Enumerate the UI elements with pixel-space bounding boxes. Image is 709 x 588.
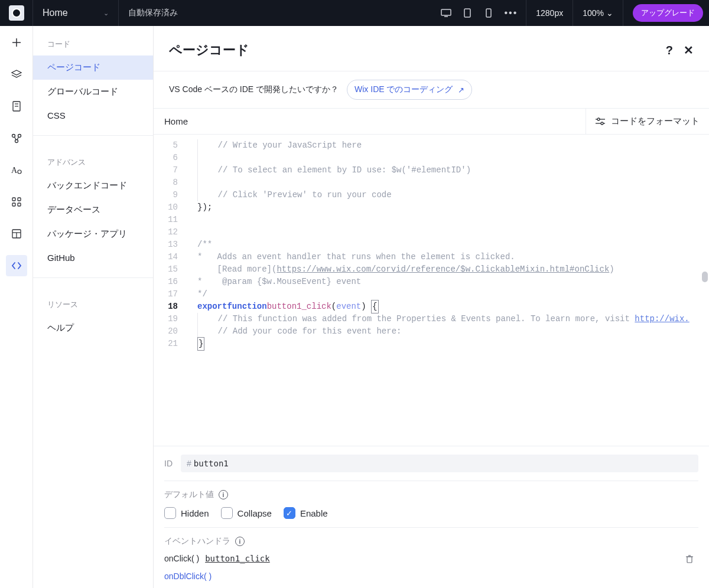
app-logo[interactable] — [0, 0, 33, 26]
autosave-status: 自動保存済み — [119, 8, 436, 18]
svg-rect-17 — [12, 198, 15, 201]
layers-icon[interactable] — [6, 64, 27, 85]
page-name: Home — [43, 8, 68, 18]
section-label-advance: アドバンス — [33, 144, 153, 174]
mobile-icon[interactable] — [478, 8, 499, 18]
hash-icon: # — [187, 459, 191, 468]
checkbox-hidden[interactable]: Hidden — [164, 507, 209, 519]
ide-banner: VS Code ベースの IDE で開発したいですか？ Wix IDE でのコー… — [154, 71, 709, 109]
main-panel: ページコード ? ✕ VS Code ベースの IDE で開発したいですか？ W… — [154, 26, 709, 588]
trash-icon[interactable] — [685, 554, 694, 563]
svg-rect-20 — [18, 203, 21, 206]
help-icon[interactable]: ? — [666, 44, 673, 57]
close-icon[interactable]: ✕ — [684, 43, 694, 57]
code-sidepanel: コード ページコード グローバルコード CSS アドバンス バックエンドコード … — [33, 26, 154, 588]
event-add-ondblclick[interactable]: onDblClick( ) — [164, 571, 698, 581]
sidebar-item-github[interactable]: GitHub — [33, 246, 153, 269]
connect-icon[interactable] — [6, 128, 27, 149]
svg-rect-28 — [687, 557, 692, 563]
svg-point-10 — [12, 135, 15, 138]
sliders-icon — [596, 117, 605, 126]
external-link-icon: ↗ — [458, 86, 464, 94]
info-icon[interactable]: i — [219, 490, 228, 499]
format-code-button[interactable]: コードをフォーマット — [586, 109, 709, 135]
sidebar-item-global-code[interactable]: グローバルコード — [33, 80, 153, 104]
svg-rect-0 — [441, 9, 451, 15]
svg-line-13 — [14, 137, 16, 140]
code-editor[interactable]: 56789101112131415161718192021 // Write y… — [154, 135, 709, 446]
code-toolbar: Home コードをフォーマット — [154, 109, 709, 135]
table-icon[interactable] — [6, 223, 27, 244]
id-label: ID — [164, 459, 173, 468]
sidebar-item-backend[interactable]: バックエンドコード — [33, 174, 153, 198]
apps-icon[interactable] — [6, 191, 27, 213]
add-icon[interactable] — [6, 32, 27, 53]
page-icon[interactable] — [6, 96, 27, 117]
defaults-label: デフォルト値 — [164, 489, 214, 500]
tablet-icon[interactable] — [457, 8, 478, 18]
svg-rect-18 — [18, 198, 21, 201]
element-id-input[interactable]: # button1 — [181, 455, 698, 472]
event-row-onclick: onClick( ) button1_click — [164, 554, 698, 563]
page-selector[interactable]: Home ⌄ — [33, 0, 119, 26]
svg-point-11 — [18, 135, 21, 138]
typography-icon[interactable]: A — [6, 159, 27, 181]
line-gutter: 56789101112131415161718192021 — [154, 135, 187, 446]
zoom-control[interactable]: 100% ⌄ — [577, 8, 619, 18]
chevron-down-icon: ⌄ — [606, 8, 613, 18]
sidebar-item-help[interactable]: ヘルプ — [33, 316, 153, 340]
section-label-resource: リソース — [33, 286, 153, 316]
svg-rect-3 — [486, 9, 491, 17]
sidebar-item-css[interactable]: CSS — [33, 104, 153, 127]
section-label-code: コード — [33, 26, 153, 55]
upgrade-button[interactable]: アップグレード — [633, 4, 703, 22]
event-handler-link[interactable]: button1_click — [205, 554, 270, 563]
left-rail: A — [0, 26, 33, 588]
page-title: ページコード — [169, 41, 249, 59]
sidebar-item-database[interactable]: データベース — [33, 198, 153, 222]
svg-rect-2 — [464, 9, 470, 17]
svg-rect-19 — [12, 203, 15, 206]
checkbox-collapse[interactable]: Collapse — [221, 507, 272, 519]
desktop-icon[interactable] — [435, 9, 457, 17]
chevron-down-icon: ⌄ — [103, 9, 109, 17]
main-header: ページコード ? ✕ — [154, 26, 709, 71]
vertical-scrollbar[interactable] — [702, 272, 708, 282]
svg-point-27 — [601, 122, 603, 125]
svg-marker-6 — [12, 70, 21, 75]
svg-point-12 — [15, 140, 18, 143]
properties-panel: ID # button1 デフォルト値 i Hidden Collapse ✓E… — [154, 446, 709, 581]
ide-banner-text: VS Code ベースの IDE で開発したいですか？ — [169, 84, 339, 95]
svg-line-14 — [17, 137, 19, 140]
info-icon[interactable]: i — [235, 537, 245, 546]
top-bar: Home ⌄ 自動保存済み ••• 1280px 100% ⌄ アップグレード — [0, 0, 709, 26]
more-menu-icon[interactable]: ••• — [499, 8, 522, 18]
code-tab-home[interactable]: Home — [154, 116, 199, 126]
code-icon[interactable] — [6, 255, 27, 276]
svg-text:A: A — [11, 166, 18, 175]
svg-point-25 — [597, 118, 600, 120]
breakpoint-label[interactable]: 1280px — [530, 8, 569, 18]
sidebar-item-page-code[interactable]: ページコード — [33, 55, 153, 80]
wix-ide-button[interactable]: Wix IDE でのコーディング ↗ — [347, 80, 471, 100]
sidebar-item-packages[interactable]: パッケージ・アプリ — [33, 222, 153, 246]
svg-point-16 — [18, 170, 21, 174]
code-body[interactable]: // Write your JavaScript here // To sele… — [187, 135, 690, 446]
events-label: イベントハンドラ — [164, 536, 230, 547]
checkbox-enable[interactable]: ✓Enable — [284, 507, 328, 519]
